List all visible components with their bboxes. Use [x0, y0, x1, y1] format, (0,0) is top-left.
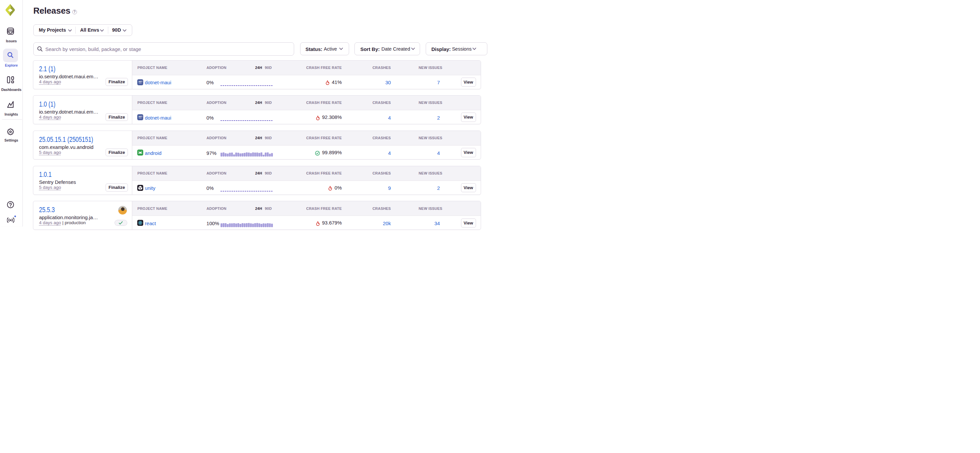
svg-text:MAUI: MAUI — [138, 83, 142, 84]
svg-text:.NET: .NET — [138, 80, 142, 82]
svg-text:MAUI: MAUI — [138, 118, 142, 119]
svg-text:.NET: .NET — [138, 116, 142, 118]
